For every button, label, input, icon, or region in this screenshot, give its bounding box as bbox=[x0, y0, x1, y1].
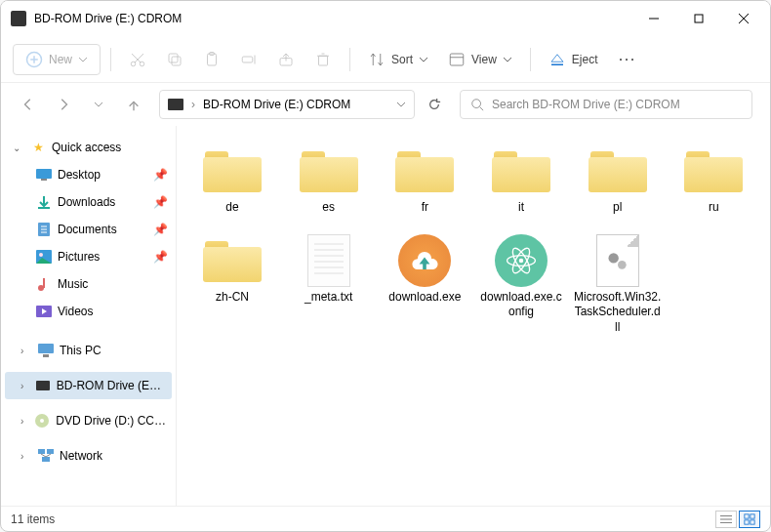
text-file-icon bbox=[307, 234, 350, 287]
delete-icon bbox=[314, 51, 332, 68]
sidebar-desktop[interactable]: Desktop 📌 bbox=[1, 161, 176, 188]
svg-rect-51 bbox=[38, 449, 45, 454]
refresh-button[interactable] bbox=[425, 98, 444, 111]
forward-button[interactable] bbox=[54, 95, 73, 114]
svg-rect-35 bbox=[41, 179, 47, 181]
sidebar-network[interactable]: › Network bbox=[1, 442, 176, 470]
chevron-right-icon: › bbox=[20, 346, 32, 356]
chevron-down-icon: ⌄ bbox=[13, 143, 24, 153]
pin-icon: 📌 bbox=[153, 168, 168, 182]
chevron-down-icon bbox=[78, 57, 88, 62]
chevron-right-icon: › bbox=[20, 416, 28, 427]
search-input[interactable]: Search BD-ROM Drive (E:) CDROM bbox=[460, 90, 752, 119]
svg-rect-19 bbox=[319, 56, 328, 65]
window-controls bbox=[631, 1, 766, 36]
folder-icon bbox=[203, 239, 262, 282]
svg-rect-66 bbox=[745, 513, 749, 517]
pc-icon bbox=[38, 343, 54, 358]
downloads-icon bbox=[36, 194, 52, 210]
file-label: fr bbox=[422, 200, 428, 216]
window-title: BD-ROM Drive (E:) CDROM bbox=[34, 12, 631, 25]
copy-button[interactable] bbox=[158, 44, 191, 75]
rename-button[interactable] bbox=[232, 44, 265, 75]
separator bbox=[110, 48, 111, 71]
share-icon bbox=[277, 51, 295, 68]
svg-point-50 bbox=[40, 419, 44, 423]
close-button[interactable] bbox=[721, 1, 766, 36]
eject-button[interactable]: Eject bbox=[541, 44, 606, 75]
desktop-icon bbox=[36, 167, 52, 183]
file-label: it bbox=[518, 200, 524, 216]
atom-icon bbox=[495, 234, 548, 287]
view-button[interactable]: View bbox=[440, 44, 520, 75]
sort-button[interactable]: Sort bbox=[360, 44, 436, 75]
sidebar-downloads[interactable]: Downloads 📌 bbox=[1, 188, 176, 216]
sidebar-pictures[interactable]: Pictures 📌 bbox=[1, 243, 176, 270]
explorer-window: BD-ROM Drive (E:) CDROM New Sort View bbox=[0, 0, 771, 532]
file-item[interactable]: download.exe bbox=[377, 227, 472, 344]
svg-rect-69 bbox=[751, 519, 754, 523]
pin-icon: 📌 bbox=[153, 250, 168, 264]
sidebar: ⌄ ★ Quick access Desktop 📌 Downloads 📌 D… bbox=[1, 126, 177, 506]
music-icon bbox=[36, 276, 52, 292]
chevron-down-icon[interactable] bbox=[396, 102, 406, 107]
more-button[interactable] bbox=[610, 44, 643, 75]
separator bbox=[530, 48, 531, 71]
body: ⌄ ★ Quick access Desktop 📌 Downloads 📌 D… bbox=[1, 126, 770, 506]
svg-rect-52 bbox=[47, 449, 54, 454]
documents-icon bbox=[36, 222, 52, 237]
file-item[interactable]: ru bbox=[666, 138, 761, 224]
recent-button[interactable] bbox=[89, 95, 108, 114]
file-item[interactable]: de bbox=[184, 138, 280, 224]
file-item[interactable]: zh-CN bbox=[184, 227, 280, 344]
file-item[interactable]: es bbox=[281, 138, 377, 224]
svg-point-32 bbox=[472, 100, 481, 108]
sidebar-this-pc[interactable]: › This PC bbox=[1, 337, 176, 364]
chevron-right-icon: › bbox=[20, 381, 29, 391]
file-item[interactable]: it bbox=[473, 138, 569, 224]
sidebar-videos[interactable]: Videos bbox=[1, 298, 176, 325]
paste-button[interactable] bbox=[195, 44, 228, 75]
sidebar-music[interactable]: Music bbox=[1, 270, 176, 298]
sidebar-dvd[interactable]: › DVD Drive (D:) CCCOMA_X64 bbox=[1, 407, 176, 434]
plus-icon bbox=[25, 51, 43, 68]
chevron-right-icon: › bbox=[191, 98, 195, 111]
download-exe-icon bbox=[398, 234, 451, 287]
details-view-button[interactable] bbox=[715, 511, 737, 528]
back-button[interactable] bbox=[19, 95, 38, 114]
up-button[interactable] bbox=[124, 95, 143, 114]
sidebar-bdrom[interactable]: › BD-ROM Drive (E:) CDROM bbox=[5, 372, 172, 399]
file-label: ru bbox=[709, 200, 719, 216]
dll-icon bbox=[596, 234, 639, 287]
svg-rect-53 bbox=[42, 457, 50, 462]
rename-icon bbox=[240, 51, 258, 68]
sidebar-documents[interactable]: Documents 📌 bbox=[1, 216, 176, 243]
file-item[interactable]: pl bbox=[570, 138, 666, 224]
breadcrumb[interactable]: › BD-ROM Drive (E:) CDROM bbox=[159, 90, 415, 119]
delete-button[interactable] bbox=[306, 44, 340, 75]
new-button[interactable]: New bbox=[13, 44, 101, 75]
svg-point-28 bbox=[619, 58, 621, 60]
cut-button[interactable] bbox=[121, 44, 154, 75]
minimize-button[interactable] bbox=[631, 1, 676, 36]
sidebar-quick-access[interactable]: ⌄ ★ Quick access bbox=[1, 134, 176, 161]
svg-rect-34 bbox=[36, 169, 52, 179]
file-item[interactable]: _meta.txt bbox=[281, 227, 377, 344]
file-item[interactable]: fr bbox=[377, 138, 472, 224]
file-item[interactable]: Microsoft.Win32.TaskScheduler.dll bbox=[570, 227, 666, 344]
cut-icon bbox=[129, 51, 146, 68]
svg-rect-67 bbox=[751, 513, 754, 517]
svg-point-42 bbox=[39, 253, 43, 257]
maximize-button[interactable] bbox=[676, 1, 721, 36]
separator bbox=[349, 48, 350, 71]
sort-label: Sort bbox=[391, 53, 413, 66]
folder-icon bbox=[684, 149, 743, 192]
file-item[interactable]: download.exe.config bbox=[473, 227, 569, 344]
icons-view-button[interactable] bbox=[739, 511, 760, 528]
file-label: download.exe.config bbox=[477, 290, 565, 320]
share-button[interactable] bbox=[269, 44, 303, 75]
folder-icon bbox=[492, 149, 550, 192]
chevron-down-icon bbox=[419, 57, 428, 62]
view-toggle bbox=[715, 511, 760, 528]
svg-line-33 bbox=[480, 107, 484, 111]
